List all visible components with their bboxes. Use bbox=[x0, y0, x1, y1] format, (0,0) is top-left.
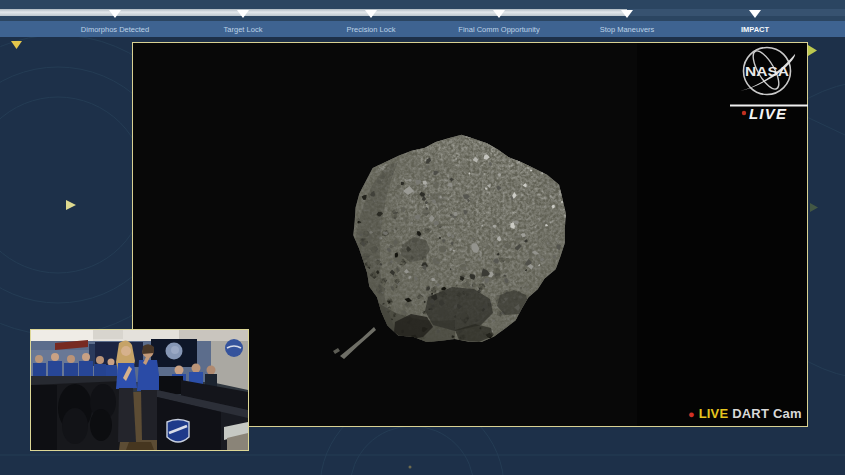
svg-text:LIVE: LIVE bbox=[749, 105, 787, 122]
svg-text:NASA: NASA bbox=[745, 65, 789, 79]
